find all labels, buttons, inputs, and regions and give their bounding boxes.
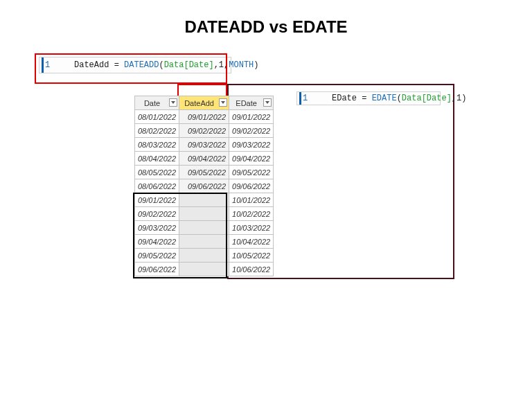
table-row[interactable]: 08/04/202209/04/202209/04/2022 — [135, 152, 274, 166]
cell-edate: 10/02/2022 — [229, 207, 274, 221]
line-number: 1 — [42, 57, 50, 73]
cell-dateadd — [179, 221, 229, 235]
table-row[interactable]: 09/01/202210/01/2022 — [135, 193, 274, 207]
cell-date: 09/01/2022 — [135, 193, 179, 207]
header-dateadd[interactable]: DateAdd — [179, 96, 229, 110]
cell-edate: 10/01/2022 — [229, 193, 274, 207]
cell-dateadd: 09/03/2022 — [179, 138, 229, 152]
cell-edate: 09/02/2022 — [229, 124, 274, 138]
data-table: Date DateAdd EDate 08/01/202209/01/20220… — [134, 96, 274, 276]
cell-date: 08/05/2022 — [135, 166, 179, 179]
cell-edate: 09/05/2022 — [229, 166, 274, 179]
cell-edate: 09/01/2022 — [229, 110, 274, 124]
cell-date: 08/06/2022 — [135, 179, 179, 193]
formula-bar-edate[interactable]: 1 EDate = EDATE(Data[Date],1) — [296, 91, 441, 105]
header-dateadd-label: DateAdd — [184, 99, 214, 107]
filter-dropdown-icon[interactable] — [263, 98, 272, 107]
cell-dateadd: 09/02/2022 — [179, 124, 229, 138]
cell-edate: 10/03/2022 — [229, 221, 274, 235]
cell-date: 08/04/2022 — [135, 152, 179, 166]
cell-dateadd — [179, 235, 229, 249]
table-row[interactable]: 09/02/202210/02/2022 — [135, 207, 274, 221]
cell-dateadd — [179, 263, 229, 276]
cell-date: 09/04/2022 — [135, 235, 179, 249]
header-edate[interactable]: EDate — [229, 96, 274, 110]
table-row[interactable]: 08/02/202209/02/202209/02/2022 — [135, 124, 274, 138]
table-row[interactable]: 09/05/202210/05/2022 — [135, 249, 274, 263]
cell-dateadd — [179, 207, 229, 221]
cell-date: 09/05/2022 — [135, 249, 179, 263]
cell-date: 08/03/2022 — [135, 138, 179, 152]
cell-date: 09/06/2022 — [135, 263, 179, 276]
cell-edate: 10/05/2022 — [229, 249, 274, 263]
table-row[interactable]: 08/05/202209/05/202209/05/2022 — [135, 166, 274, 179]
cell-dateadd: 09/06/2022 — [179, 179, 229, 193]
table-row[interactable]: 09/06/202210/06/2022 — [135, 263, 274, 276]
formula-text: EDate = EDATE(Data[Date],1) — [312, 84, 466, 113]
formula-bar-dateadd[interactable]: 1 DateAdd = DATEADD(Data[Date],1,MONTH) — [39, 57, 231, 73]
table-row[interactable]: 08/06/202209/06/202209/06/2022 — [135, 179, 274, 193]
page-title: DATEADD vs EDATE — [0, 17, 532, 37]
filter-dropdown-icon[interactable] — [219, 98, 227, 107]
cell-dateadd — [179, 249, 229, 263]
cell-date: 08/01/2022 — [135, 110, 179, 124]
cell-dateadd: 09/04/2022 — [179, 152, 229, 166]
cell-date: 09/02/2022 — [135, 207, 179, 221]
data-table-wrap: Date DateAdd EDate 08/01/202209/01/20220… — [134, 96, 274, 276]
cell-dateadd: 09/01/2022 — [179, 110, 229, 124]
filter-dropdown-icon[interactable] — [169, 98, 177, 107]
cell-edate: 09/03/2022 — [229, 138, 274, 152]
cell-date: 09/03/2022 — [135, 221, 179, 235]
table-row[interactable]: 09/04/202210/04/2022 — [135, 235, 274, 249]
cell-edate: 09/06/2022 — [229, 179, 274, 193]
formula-text: DateAdd = DATEADD(Data[Date],1,MONTH) — [54, 51, 258, 80]
cell-edate: 09/04/2022 — [229, 152, 274, 166]
cell-dateadd: 09/05/2022 — [179, 166, 229, 179]
table-header-row: Date DateAdd EDate — [135, 96, 274, 110]
cell-date: 08/02/2022 — [135, 124, 179, 138]
line-number: 1 — [299, 92, 308, 105]
header-date[interactable]: Date — [135, 96, 179, 110]
cell-dateadd — [179, 193, 229, 207]
table-row[interactable]: 09/03/202210/03/2022 — [135, 221, 274, 235]
table-row[interactable]: 08/01/202209/01/202209/01/2022 — [135, 110, 274, 124]
cell-edate: 10/06/2022 — [229, 263, 274, 276]
cell-edate: 10/04/2022 — [229, 235, 274, 249]
header-edate-label: EDate — [236, 99, 257, 107]
header-date-label: Date — [144, 99, 160, 107]
table-row[interactable]: 08/03/202209/03/202209/03/2022 — [135, 138, 274, 152]
